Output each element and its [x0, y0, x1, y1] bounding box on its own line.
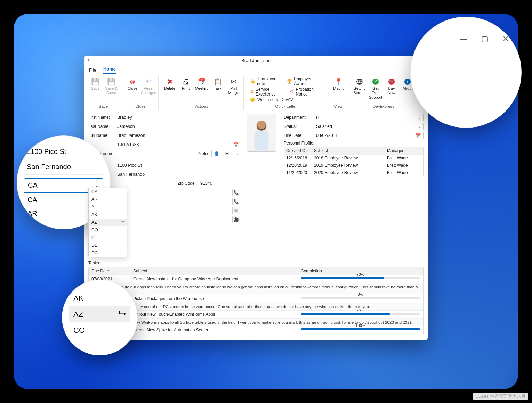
hire-date-input[interactable]: 03/02/2011📅 [314, 132, 424, 139]
print-button[interactable]: 🖨Print [178, 76, 193, 97]
state-option[interactable]: CO [89, 226, 127, 234]
table-row[interactable]: 12/20/20192019 Employee ReviewBrett Wade [284, 162, 423, 169]
maximize-button[interactable]: ▢ [481, 34, 489, 43]
app-menu-icon[interactable]: ▾ [88, 58, 90, 63]
minimize-button[interactable]: — [460, 34, 467, 43]
task-button[interactable]: 📋Task [210, 76, 225, 97]
state-option[interactable]: AZ⮡ [89, 219, 127, 226]
title-input[interactable]: Programmer [88, 150, 191, 157]
table-row[interactable]: 11/29/20202020 Employee ReviewBrett Wade [284, 169, 423, 176]
phone-icon[interactable]: 📞 [232, 198, 240, 205]
mobile-phone-input[interactable] [121, 198, 231, 205]
close-window-button[interactable]: ✕ [502, 34, 509, 43]
ql-welcome[interactable]: 🙂Welcome to DevAV [250, 97, 322, 102]
task-row[interactable]: 06/30/2021Rollout New Touch-Enabled WinF… [89, 310, 423, 318]
dob-input[interactable]: 10/12/1988📅 [115, 141, 241, 148]
zip-input[interactable]: 91340 [198, 180, 241, 187]
state-option[interactable]: AR [89, 196, 127, 203]
save-button: 💾Save [88, 76, 103, 97]
profile-table: Created OnSubjectManager 12/16/20182018 … [284, 147, 424, 176]
calendar-icon[interactable]: 📅 [233, 142, 239, 147]
skype-input[interactable] [121, 216, 231, 223]
address-input[interactable]: 1100 Pico St [115, 162, 241, 169]
state-option[interactable]: CA [89, 188, 127, 196]
meeting-button[interactable]: 📅Meeting [194, 76, 209, 97]
ribbon: 💾Save 💾Save & Close Save ⊗Close ↶Reset C… [84, 74, 428, 110]
full-name-input[interactable]: Brad Jameson [115, 132, 241, 139]
watermark: CSDN @界面开发小八哥 [473, 393, 528, 400]
window-title: Brad Jameson [241, 58, 271, 63]
titlebar: ▾ Brad Jameson [84, 56, 428, 65]
app-window: ▾ Brad Jameson File Home 💾Save 💾Save & C… [84, 56, 428, 340]
getting-started-button[interactable]: 123Getting Started [352, 76, 367, 101]
tasks-table: Due DateSubjectCompletion 07/08/2021Crea… [88, 267, 424, 334]
mail-merge-button[interactable]: ✉Mail Merge [226, 76, 241, 97]
state-option[interactable]: AL [89, 203, 127, 211]
support-button[interactable]: ✓Get Free Support [368, 76, 383, 101]
table-row[interactable]: 12/16/20182018 Employee ReviewBrett Wade [284, 154, 423, 162]
ql-service[interactable]: ⚙Service Excellence [250, 87, 286, 97]
prefix-select[interactable]: 👤Mr⌄ [211, 150, 241, 157]
map-button[interactable]: 📍Map it [331, 76, 346, 97]
task-row[interactable]: 07/08/2021Create New Installer for Compa… [89, 275, 423, 283]
ql-probation[interactable]: ⏱Probation Notice [290, 87, 322, 97]
email-input[interactable] [121, 207, 231, 214]
save-close-button: 💾Save & Close [104, 76, 119, 97]
city-input[interactable]: San Fernando [115, 171, 241, 178]
last-name-input[interactable]: Jameson [115, 123, 241, 130]
magnifier-window-controls: — ▢ ✕ [410, 17, 522, 128]
dept-select[interactable]: IT⌄ [314, 114, 424, 121]
close-button[interactable]: ⊗Close [125, 76, 140, 97]
mail-icon[interactable]: ✉ [232, 207, 240, 214]
state-option[interactable]: AK [89, 211, 127, 219]
state-option[interactable]: CT [89, 234, 127, 241]
buy-button[interactable]: 🛒Buy Now [384, 76, 399, 101]
state-option[interactable]: DE [89, 241, 127, 249]
cursor-icon: ⮡ [119, 310, 126, 319]
ql-thank[interactable]: 👍Thank you note [250, 76, 283, 86]
tab-home[interactable]: Home [103, 65, 116, 74]
task-row[interactable]: 06/27/2021Create New Spike for Automatio… [89, 326, 423, 334]
tab-file[interactable]: File [88, 66, 97, 74]
magnifier-statelist: AK AZ⮡ CO [62, 280, 138, 355]
phone-icon[interactable]: 📞 [232, 189, 240, 196]
state-option[interactable]: DC [89, 249, 127, 257]
first-name-input[interactable]: Bradley [115, 114, 241, 121]
calendar-icon[interactable]: 📅 [416, 133, 421, 138]
video-icon[interactable]: 🎥 [232, 216, 240, 223]
home-phone-input[interactable] [121, 189, 231, 196]
status-select[interactable]: Salaried⌄ [314, 123, 424, 130]
employee-photo [247, 114, 276, 152]
reset-button: ↶Reset Changes [141, 76, 156, 97]
menubar: File Home [84, 65, 428, 74]
svg-rect-2 [255, 131, 269, 150]
task-row[interactable]: 07/01/2021Pickup Packages from the Wareh… [89, 295, 423, 303]
ql-award[interactable]: 🏆Employee Award [287, 76, 322, 86]
delete-button[interactable]: ✖Delete [162, 76, 177, 97]
svg-point-3 [257, 121, 266, 129]
state-dropdown-list: CA AR AL AK AZ⮡ CO CT DE DC [88, 188, 127, 257]
